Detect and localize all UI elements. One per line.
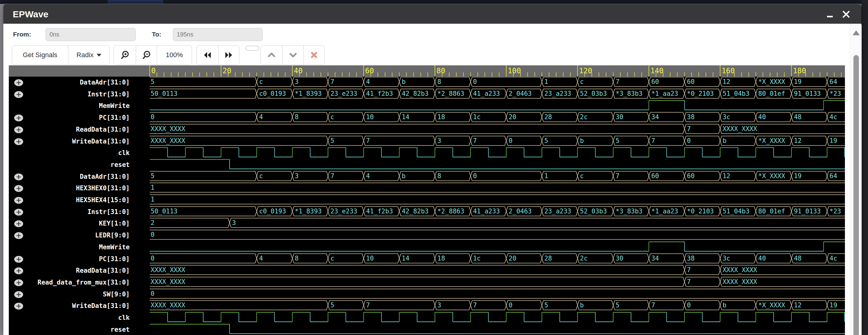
svg-text:40: 40 bbox=[758, 255, 766, 262]
svg-text:3: 3 bbox=[437, 302, 441, 309]
waveform-panel: 020406080100120140160180 DataAdr[31:0]5c… bbox=[9, 65, 845, 335]
svg-text:XXXX_XXXX: XXXX_XXXX bbox=[722, 278, 757, 285]
signal-name: clk bbox=[9, 147, 130, 159]
epwave-dialog: EPWave From: To: Get Signals Radix bbox=[3, 4, 861, 335]
svg-text:4: 4 bbox=[259, 255, 263, 262]
zoom-in-button[interactable] bbox=[114, 46, 136, 64]
svg-text:*2_8863: *2_8863 bbox=[437, 207, 464, 215]
svg-text:180: 180 bbox=[793, 66, 806, 75]
signal-name: MemWrite bbox=[9, 100, 130, 112]
svg-text:5: 5 bbox=[616, 137, 620, 144]
collapsed-search-field[interactable] bbox=[245, 46, 259, 51]
waveform: 048c1014181c20282c3034383c40484c bbox=[150, 253, 845, 265]
svg-text:c: c bbox=[580, 172, 584, 180]
find-previous-button[interactable] bbox=[261, 46, 282, 64]
waveform: XXXX_XXXX573705b570b*X_XXXX1219 bbox=[150, 136, 845, 147]
svg-text:64: 64 bbox=[830, 78, 837, 85]
signal-row: reset bbox=[9, 159, 845, 171]
zoom-out-button[interactable] bbox=[136, 46, 156, 64]
chevron-down-icon bbox=[97, 54, 101, 57]
svg-text:20: 20 bbox=[223, 66, 231, 75]
pan-right-button[interactable] bbox=[218, 46, 239, 64]
from-label: From: bbox=[13, 30, 31, 38]
svg-text:10: 10 bbox=[366, 255, 374, 262]
signal-name: WriteData[31:0] bbox=[9, 300, 130, 312]
svg-text:7: 7 bbox=[651, 137, 655, 144]
svg-text:0: 0 bbox=[687, 137, 691, 144]
svg-text:b: b bbox=[580, 302, 584, 309]
svg-text:34: 34 bbox=[651, 255, 659, 262]
svg-text:12: 12 bbox=[722, 78, 730, 85]
svg-text:41_a233: 41_a233 bbox=[473, 90, 500, 97]
svg-text:c: c bbox=[331, 255, 334, 262]
pan-left-button[interactable] bbox=[197, 46, 218, 64]
clear-search-button[interactable] bbox=[303, 46, 324, 64]
svg-text:*23: *23 bbox=[830, 90, 841, 97]
waveform: 0 bbox=[150, 288, 845, 300]
radix-dropdown-button[interactable]: Radix bbox=[68, 46, 110, 64]
scrollbar-thumb[interactable] bbox=[854, 55, 859, 335]
svg-text:XXXX_XXXX: XXXX_XXXX bbox=[151, 125, 185, 133]
svg-text:0: 0 bbox=[151, 66, 155, 75]
waveform bbox=[150, 312, 845, 324]
time-ruler: 020406080100120140160180 bbox=[9, 65, 845, 77]
scroll-up-arrow-icon[interactable] bbox=[852, 30, 860, 35]
svg-text:51_04b3: 51_04b3 bbox=[722, 90, 749, 97]
svg-text:52_03b3: 52_03b3 bbox=[580, 90, 607, 97]
find-next-button[interactable] bbox=[282, 46, 303, 64]
svg-text:XXXX_XXXX: XXXX_XXXX bbox=[151, 266, 185, 274]
svg-text:2_0463: 2_0463 bbox=[509, 207, 532, 215]
zoom-level-button[interactable]: 100% bbox=[157, 46, 192, 64]
close-icon bbox=[842, 10, 850, 18]
minimize-button[interactable] bbox=[827, 16, 834, 18]
to-label: To: bbox=[152, 30, 161, 38]
svg-text:60: 60 bbox=[651, 78, 659, 85]
chevron-down-icon bbox=[289, 51, 297, 59]
svg-text:3: 3 bbox=[437, 137, 441, 144]
signal-name: DataAdr[31:0] bbox=[9, 171, 130, 183]
svg-text:0: 0 bbox=[473, 78, 477, 85]
svg-text:48: 48 bbox=[794, 255, 802, 262]
zoom-out-icon bbox=[142, 51, 151, 60]
signal-name: SW[9:0] bbox=[9, 288, 130, 300]
svg-text:80: 80 bbox=[436, 66, 445, 75]
svg-text:41_a233: 41_a233 bbox=[473, 207, 500, 215]
waveform-scrollbar[interactable] bbox=[850, 25, 862, 335]
svg-text:*X_XXXX: *X_XXXX bbox=[758, 78, 785, 85]
svg-text:3c: 3c bbox=[722, 255, 730, 262]
from-input[interactable] bbox=[45, 28, 136, 41]
svg-text:12: 12 bbox=[722, 172, 730, 180]
svg-text:60: 60 bbox=[651, 172, 659, 180]
svg-text:12: 12 bbox=[794, 137, 802, 144]
to-input[interactable] bbox=[173, 28, 263, 41]
svg-text:80_01ef: 80_01ef bbox=[758, 207, 785, 215]
signal-row: HEX3HEX0[31:0]1 bbox=[9, 183, 845, 194]
svg-text:2c: 2c bbox=[580, 255, 588, 262]
svg-text:51_04b3: 51_04b3 bbox=[722, 207, 749, 215]
dialog-close-button[interactable] bbox=[842, 10, 850, 18]
svg-text:*1_8393: *1_8393 bbox=[295, 90, 322, 97]
signal-name: reset bbox=[9, 159, 130, 171]
svg-text:2_0463: 2_0463 bbox=[509, 90, 532, 97]
svg-text:5: 5 bbox=[331, 137, 334, 144]
waveform bbox=[150, 159, 845, 171]
signal-row: DataAdr[31:0]5c374b801c7606012*X_XXXX196… bbox=[9, 77, 845, 88]
get-signals-button[interactable]: Get Signals bbox=[12, 46, 68, 64]
svg-text:5: 5 bbox=[151, 172, 155, 180]
svg-text:14: 14 bbox=[402, 255, 409, 262]
svg-text:*3_83b3: *3_83b3 bbox=[616, 90, 643, 97]
signal-row: ReadData[31:0]XXXX_XXXX7XXXX_XXXX bbox=[9, 265, 845, 277]
signal-row: Instr[31:0]50_0113c0_0193*1_839323_e2334… bbox=[9, 206, 845, 218]
svg-text:*2_8863: *2_8863 bbox=[437, 90, 464, 97]
svg-text:60: 60 bbox=[687, 78, 694, 85]
dialog-title: EPWave bbox=[13, 9, 48, 20]
svg-text:0: 0 bbox=[151, 255, 155, 262]
signal-row: clk bbox=[9, 147, 845, 159]
svg-text:4c: 4c bbox=[830, 255, 837, 262]
svg-text:3: 3 bbox=[295, 78, 299, 85]
signal-rows: DataAdr[31:0]5c374b801c7606012*X_XXXX196… bbox=[9, 77, 845, 335]
svg-text:c: c bbox=[580, 78, 584, 85]
signal-row: Read_data_from_mux[31:0]XXXX_XXXX7XXXX_X… bbox=[9, 277, 845, 288]
svg-text:120: 120 bbox=[579, 66, 592, 75]
zoom-group: 100% bbox=[114, 45, 192, 65]
